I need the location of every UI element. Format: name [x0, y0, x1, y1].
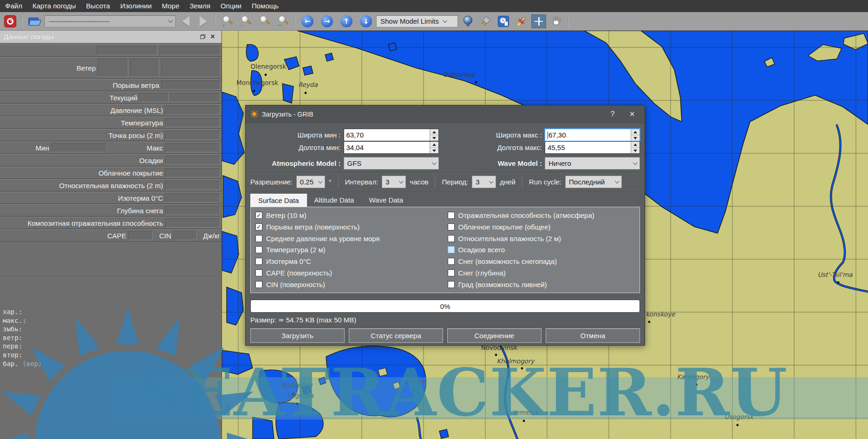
zoom-in-button[interactable]: + — [220, 14, 235, 28]
checkbox-item-right-6[interactable]: Град (возможность ливней) — [448, 281, 635, 288]
dialog-close-button[interactable]: × — [624, 108, 640, 120]
pan-down-button[interactable]: ↓ — [359, 14, 373, 28]
run-cycle-combo[interactable]: Последний — [565, 176, 622, 188]
weather-row — [0, 45, 222, 57]
checkbox-item-right-5[interactable]: Снег (глубина) — [448, 269, 635, 277]
exit-button[interactable] — [3, 14, 18, 28]
spinner-buttons[interactable] — [430, 129, 438, 141]
weather-row-label: Изотерма 0°C — [118, 194, 163, 202]
pan-mode-button[interactable] — [549, 14, 564, 28]
menu-item-7[interactable]: Помощь — [247, 0, 284, 12]
lon-max-value[interactable]: 45,55 — [545, 142, 631, 153]
checkbox-item-right-3[interactable]: Осадков всего — [448, 246, 635, 254]
checkbox-icon[interactable] — [448, 269, 455, 276]
pan-left-button[interactable]: ← — [300, 14, 315, 28]
checkbox-icon[interactable] — [448, 281, 455, 288]
checkbox-item-left-6[interactable]: CIN (поверхность) — [255, 281, 443, 288]
checkbox-item-left-3[interactable]: Температура (2 м) — [255, 246, 443, 254]
weather-value-box — [161, 59, 220, 77]
checkbox-item-right-1[interactable]: Облачное покрытие (общее) — [448, 223, 635, 231]
lon-min-value[interactable]: 34,04 — [344, 142, 430, 153]
lat-max-value[interactable]: 67,30 — [545, 129, 631, 141]
checkbox-icon[interactable] — [255, 246, 262, 253]
dialog-help-button[interactable]: ? — [605, 108, 620, 120]
panel-close-button[interactable]: × — [208, 32, 218, 41]
checkbox-icon[interactable] — [255, 235, 262, 242]
checkbox-item-right-0[interactable]: Отражательная способность (атмосфера) — [448, 211, 635, 219]
checkbox-icon[interactable] — [448, 212, 455, 219]
model-limits-combo[interactable]: Show Model Limits — [376, 15, 458, 27]
weather-row: Температура — [0, 117, 222, 129]
float-window-icon — [200, 34, 205, 39]
resolution-combo[interactable]: 0.25 — [296, 176, 325, 188]
connection-button[interactable]: Соединение — [447, 328, 542, 343]
checkbox-item-right-2[interactable]: Относительная влажность (2 м) — [448, 235, 635, 242]
menu-item-1[interactable]: Карта погоды — [27, 0, 81, 12]
checkbox-icon[interactable] — [448, 235, 455, 242]
map-city-label: Reyda — [298, 81, 318, 88]
open-file-button[interactable] — [27, 14, 42, 28]
checkbox-icon[interactable]: ✓ — [255, 212, 262, 219]
checkbox-icon[interactable] — [255, 269, 262, 276]
menu-item-3[interactable]: Изолинии — [115, 0, 157, 12]
wave-model-combo[interactable]: Ничего — [545, 157, 640, 170]
spinner-buttons[interactable] — [631, 142, 640, 153]
period-combo[interactable]: 3 — [472, 176, 496, 188]
zoom-fit-button[interactable]: ↔ — [276, 14, 291, 28]
menu-item-5[interactable]: Земля — [184, 0, 215, 12]
checkbox-item-left-5[interactable]: CAPE (поверхность) — [255, 269, 443, 277]
spinner-buttons[interactable] — [430, 142, 438, 153]
file-combo[interactable]: ---------------------------- — [45, 15, 176, 27]
lat-min-spinbox[interactable]: 63,70 — [344, 129, 439, 141]
pan-right-button[interactable]: → — [320, 14, 334, 28]
atmospheric-model-combo[interactable]: GFS — [344, 157, 439, 170]
lon-max-spinbox[interactable]: 45,55 — [545, 141, 640, 154]
checkbox-icon[interactable] — [448, 246, 455, 253]
checkbox-label: Снег (возможность снегопада) — [458, 257, 557, 265]
menu-item-6[interactable]: Опции — [215, 0, 247, 12]
panel-float-button[interactable] — [197, 32, 208, 41]
checkbox-item-left-2[interactable]: Среднее давление на уровне моря — [255, 235, 443, 242]
menu-item-0[interactable]: Файл — [0, 0, 27, 12]
spinner-buttons[interactable] — [631, 129, 640, 141]
lat-min-value[interactable]: 63,70 — [344, 129, 430, 141]
map-city-label: Usogorsk — [724, 413, 755, 420]
tab-altitude-data[interactable]: Altitude Data — [307, 194, 362, 207]
checkbox-icon[interactable]: ✓ — [255, 223, 262, 230]
checkbox-icon[interactable] — [255, 258, 262, 265]
download-button[interactable]: Загрузить — [250, 328, 345, 343]
checkbox-icon[interactable] — [448, 258, 455, 265]
interval-combo[interactable]: 3 — [382, 176, 406, 188]
tab-wave-data[interactable]: Wave Data — [361, 194, 411, 207]
tab-surface-data[interactable]: Surface Data — [250, 194, 307, 207]
checkbox-icon[interactable] — [255, 281, 262, 288]
menu-item-4[interactable]: Море — [157, 0, 185, 12]
history-forward-button[interactable] — [196, 14, 211, 28]
checkbox-icon[interactable] — [448, 223, 455, 230]
lon-min-spinbox[interactable]: 34,04 — [344, 141, 439, 154]
quick-download-button[interactable] — [514, 14, 529, 28]
cancel-button[interactable]: Отмена — [546, 328, 640, 343]
checkbox-item-left-0[interactable]: ✓Ветер (10 м) — [255, 211, 443, 219]
atmospheric-model-value: GFS — [347, 159, 428, 167]
checkbox-item-left-4[interactable]: Изотерма 0°C — [255, 257, 443, 265]
dialog-titlebar[interactable]: Загрузить - GRIB ? × — [246, 105, 645, 123]
checkbox-item-right-4[interactable]: Снег (возможность снегопада) — [448, 257, 635, 265]
menu-item-2[interactable]: Высота — [81, 0, 115, 12]
connection-button[interactable] — [478, 14, 493, 28]
pan-up-button[interactable]: ↑ — [339, 14, 354, 28]
open-folder-icon — [28, 17, 40, 26]
history-back-button[interactable] — [178, 14, 193, 28]
zoom-out-button[interactable]: - — [239, 14, 254, 28]
chevron-down-icon — [318, 179, 323, 183]
checkbox-item-left-1[interactable]: ✓Порывы ветра (поверхность) — [255, 223, 443, 231]
zoom-select-button[interactable]: □ — [257, 14, 272, 28]
grib-info-button[interactable]: i — [496, 14, 511, 28]
globe-button[interactable] — [461, 14, 476, 28]
lat-max-spinbox[interactable]: 67,30 — [545, 129, 640, 141]
weather-panel-titlebar[interactable]: Данные погоды × — [0, 31, 222, 43]
server-status-button[interactable]: Статус сервера — [349, 328, 443, 343]
select-zone-button[interactable] — [531, 14, 546, 28]
lon-min-label: Долгота мин: — [250, 144, 341, 151]
weather-value-box — [165, 156, 220, 165]
